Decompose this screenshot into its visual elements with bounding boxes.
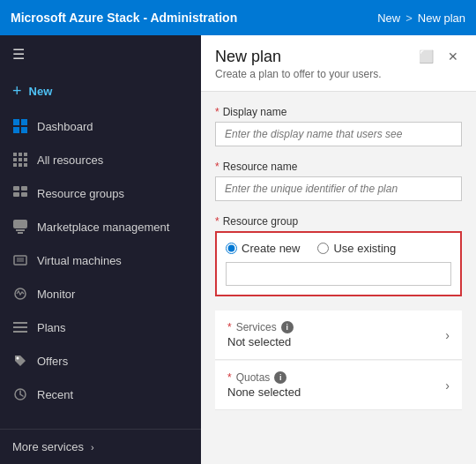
svg-rect-17 — [13, 220, 27, 228]
create-new-radio[interactable] — [226, 243, 237, 254]
required-star-2: * — [215, 161, 219, 173]
breadcrumb-new-plan: New plan — [418, 11, 465, 25]
sidebar-item-marketplace[interactable]: Marketplace management — [0, 210, 201, 243]
services-row[interactable]: * Services i Not selected › — [215, 311, 462, 360]
svg-rect-9 — [24, 158, 27, 161]
svg-rect-10 — [13, 163, 17, 167]
more-services-label: More services — [12, 440, 84, 453]
svg-point-26 — [17, 357, 19, 360]
svg-rect-0 — [13, 119, 19, 125]
svg-rect-11 — [19, 163, 22, 167]
breadcrumb: New > New plan — [377, 11, 465, 25]
sidebar-item-resource-groups[interactable]: Resource groups — [0, 176, 201, 210]
monitor-icon — [12, 286, 28, 302]
sidebar-item-label: Recent — [37, 388, 73, 401]
svg-rect-25 — [13, 331, 27, 333]
create-new-label: Create new — [242, 242, 300, 255]
services-info-icon[interactable]: i — [281, 321, 294, 333]
sidebar-item-label: Virtual machines — [37, 254, 122, 267]
breadcrumb-separator: > — [405, 11, 413, 25]
new-label: New — [29, 85, 53, 98]
svg-rect-18 — [16, 229, 25, 231]
svg-rect-7 — [13, 158, 17, 161]
plans-icon — [12, 319, 28, 335]
new-button[interactable]: + New — [0, 73, 201, 109]
svg-rect-2 — [13, 127, 19, 133]
services-content: * Services i Not selected — [227, 321, 294, 348]
panel-title-area: New plan Create a plan to offer to your … — [215, 48, 382, 80]
required-star-3: * — [215, 215, 219, 228]
window-button[interactable]: ⬜ — [415, 48, 437, 65]
svg-rect-16 — [21, 192, 27, 197]
quotas-row[interactable]: * Quotas i None selected › — [215, 361, 462, 410]
svg-rect-19 — [18, 232, 23, 234]
resource-name-label: * Resource name — [215, 161, 462, 173]
sidebar: ☰ + New Dashboard All resources Resource… — [0, 35, 201, 464]
create-new-option[interactable]: Create new — [226, 242, 300, 255]
recent-icon — [12, 386, 28, 402]
quotas-content: * Quotas i None selected — [227, 371, 301, 399]
resource-group-label: * Resource group — [215, 215, 462, 228]
sidebar-item-virtual-machines[interactable]: Virtual machines — [0, 243, 201, 277]
main-layout: ☰ + New Dashboard All resources Resource… — [0, 35, 476, 464]
svg-rect-15 — [13, 192, 19, 197]
svg-rect-12 — [24, 163, 27, 167]
offers-icon — [12, 353, 28, 369]
new-plan-panel: New plan Create a plan to offer to your … — [201, 35, 476, 464]
sidebar-item-dashboard[interactable]: Dashboard — [0, 109, 201, 143]
use-existing-radio[interactable] — [317, 243, 329, 254]
quotas-info-icon[interactable]: i — [274, 371, 286, 384]
resource-groups-icon — [12, 185, 28, 201]
svg-rect-21 — [17, 258, 24, 262]
resource-name-input[interactable] — [215, 176, 462, 201]
resource-group-input[interactable] — [226, 262, 451, 286]
sidebar-item-label: Offers — [37, 355, 68, 368]
sidebar-item-monitor[interactable]: Monitor — [0, 277, 201, 311]
svg-rect-23 — [13, 322, 27, 324]
svg-rect-4 — [13, 153, 17, 156]
resource-name-group: * Resource name — [215, 161, 462, 201]
close-button[interactable]: ✕ — [444, 48, 462, 65]
sidebar-item-label: Marketplace management — [37, 221, 169, 234]
panel-title: New plan — [215, 48, 382, 66]
resource-group-group: * Resource group Create new Use existing — [215, 215, 462, 296]
hamburger-button[interactable]: ☰ — [0, 35, 201, 73]
sidebar-item-label: Resource groups — [37, 187, 124, 200]
breadcrumb-new: New — [377, 11, 400, 25]
quotas-value: None selected — [227, 385, 301, 399]
sidebar-item-label: Dashboard — [37, 120, 93, 133]
svg-rect-8 — [19, 158, 22, 161]
quotas-label: * Quotas i — [227, 371, 301, 384]
all-resources-icon — [12, 152, 28, 168]
display-name-group: * Display name — [215, 106, 462, 146]
display-name-input[interactable] — [215, 122, 462, 146]
virtual-machines-icon — [12, 252, 28, 268]
resource-group-box: Create new Use existing — [215, 231, 462, 296]
sidebar-item-label: Monitor — [37, 288, 75, 301]
panel-body: * Display name * Resource name * Resourc… — [201, 92, 476, 464]
plus-icon: + — [12, 82, 22, 101]
sidebar-item-label: Plans — [37, 321, 66, 334]
required-star-4: * — [227, 321, 232, 333]
panel-subtitle: Create a plan to offer to your users. — [215, 68, 382, 80]
sidebar-item-offers[interactable]: Offers — [0, 344, 201, 378]
panel-actions: ⬜ ✕ — [415, 48, 462, 65]
use-existing-option[interactable]: Use existing — [317, 242, 396, 255]
sidebar-item-all-resources[interactable]: All resources — [0, 143, 201, 176]
radio-group: Create new Use existing — [226, 242, 451, 255]
svg-rect-3 — [21, 127, 27, 133]
top-bar: Microsoft Azure Stack - Administration N… — [0, 0, 476, 35]
services-chevron-icon: › — [445, 328, 450, 342]
panel-header: New plan Create a plan to offer to your … — [201, 35, 476, 92]
quotas-chevron-icon: › — [445, 378, 450, 393]
sidebar-item-recent[interactable]: Recent — [0, 378, 201, 411]
display-name-label: * Display name — [215, 106, 462, 118]
sidebar-item-plans[interactable]: Plans — [0, 311, 201, 344]
more-services-button[interactable]: More services › — [0, 430, 201, 464]
svg-rect-6 — [24, 153, 27, 156]
required-star-5: * — [227, 371, 232, 384]
use-existing-label: Use existing — [333, 242, 396, 255]
required-star: * — [215, 106, 219, 118]
svg-rect-24 — [13, 326, 27, 328]
chevron-right-icon: › — [91, 442, 94, 453]
